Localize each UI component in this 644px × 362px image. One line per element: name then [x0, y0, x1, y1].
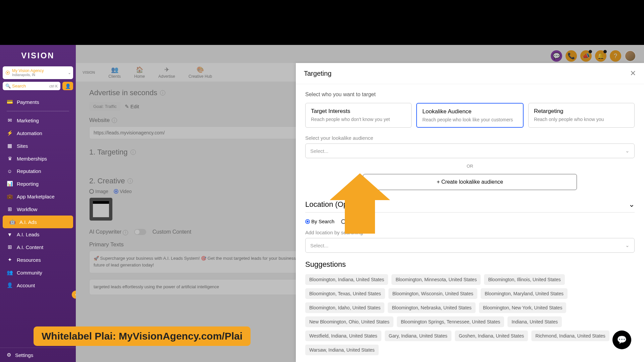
suggestion-chip[interactable]: New Bloomington, Ohio, United States [305, 316, 393, 327]
sidebar-item-settings[interactable]: ⚙Settings [0, 348, 76, 362]
logo-text: VISION [21, 51, 54, 60]
chat-fab[interactable]: 💬 [612, 330, 631, 349]
sidebar-item-community[interactable]: 👥Community [0, 266, 76, 279]
payments-icon: 💳 [7, 99, 13, 105]
radio-by-radius[interactable]: By Radius [341, 219, 370, 224]
reporting-icon: 📊 [7, 181, 13, 187]
marketing-icon: ✉ [7, 117, 13, 123]
account-icon: 👤 [7, 282, 13, 288]
sidebar: VISION ⦿ My Vision Agency Indianapolis, … [0, 45, 76, 362]
sidebar-item-sites[interactable]: ▦Sites [0, 139, 76, 152]
user-icon: 👤 [65, 83, 71, 89]
aiads-icon: 🤖 [9, 219, 15, 225]
card-lookalike[interactable]: Lookalike Audience Reach people who look… [416, 103, 523, 128]
sidebar-item-aiads[interactable]: 🤖A.I. Ads [3, 216, 73, 228]
nav-list: 💳Payments ✉Marketing ⚡Automation ▦Sites … [0, 96, 76, 348]
chevron-down-icon: ⌄ [629, 200, 635, 209]
search-kbd: ctrl K [49, 84, 58, 88]
workflow-icon: ⊞ [7, 206, 13, 212]
settings-icon: ⚙ [7, 352, 11, 358]
suggestion-chip[interactable]: Bloomington, Minnesota, United States [391, 274, 481, 285]
or-text: OR [305, 164, 635, 169]
aileads-icon: ▼ [7, 232, 13, 237]
sidebar-item-marketplace[interactable]: 💼App Marketplace [0, 190, 76, 203]
sidebar-item-marketing[interactable]: ✉Marketing [0, 114, 76, 127]
suggestion-chip[interactable]: Richmond, Indiana, United States [531, 330, 609, 341]
suggestion-chip[interactable]: Bloomington, Idaho, United States [305, 302, 384, 313]
suggestion-chip[interactable]: Bloomington, Maryland, United States [481, 288, 568, 299]
agency-name: My Vision Agency [12, 68, 44, 73]
sites-icon: ▦ [7, 143, 13, 149]
lookalike-label: Select your lookalike audience [305, 135, 635, 141]
chevron-down-icon: ⌄ [625, 148, 630, 154]
suggestion-chip[interactable]: Bloomington, New York, United States [479, 302, 567, 313]
nav-divider [7, 111, 69, 111]
sidebar-item-memberships[interactable]: ♛Memberships [0, 152, 76, 165]
user-button[interactable]: 👤 [62, 82, 73, 90]
suggestion-chip[interactable]: Bloomington, Illinois, United States [484, 274, 565, 285]
sidebar-item-aileads[interactable]: ▼A.I. Leads [0, 228, 76, 241]
aicontent-icon: ⊞ [7, 244, 13, 250]
sidebar-item-automation[interactable]: ⚡Automation [0, 127, 76, 139]
card-target-interests[interactable]: Target Interests Reach people who don't … [305, 103, 412, 128]
suggestion-chips: Bloomington, Indiana, United StatesBloom… [305, 274, 635, 355]
suggestion-chip[interactable]: Goshen, Indiana, United States [455, 330, 528, 341]
who-label: Select who you want to target [305, 92, 635, 98]
reputation-icon: ☺ [7, 168, 13, 174]
suggestion-chip[interactable]: Bloomington, Indiana, United States [305, 274, 388, 285]
close-icon[interactable]: ✕ [630, 69, 636, 78]
card-retargeting[interactable]: Retargeting Reach only people who know y… [528, 103, 635, 128]
sidebar-item-reporting[interactable]: 📊Reporting [0, 177, 76, 190]
location-select[interactable]: Select... ⌄ [305, 238, 635, 253]
main-area: 💬 📞 📣 🔔 ? VISION 👥Clients 🏠Home ✈Adverti… [76, 45, 644, 362]
target-cards: Target Interests Reach people who don't … [305, 103, 635, 128]
suggestion-chip[interactable]: Westfield, Indiana, United States [305, 330, 381, 341]
search-icon: 🔍 [5, 83, 11, 88]
radio-by-search[interactable]: By Search [305, 219, 334, 224]
suggestion-chip[interactable]: Warsaw, Indiana, United States [305, 345, 379, 355]
memberships-icon: ♛ [7, 156, 13, 162]
suggestion-chip[interactable]: Bloomington, Wisconsin, United States [388, 288, 477, 299]
add-location-label: Add location by searching [305, 230, 635, 235]
top-black-bar [0, 0, 644, 45]
lookalike-select[interactable]: Select... ⌄ [305, 143, 635, 158]
suggestion-chip[interactable]: Bloomington, Texas, United States [305, 288, 385, 299]
search-placeholder: Search [12, 83, 48, 88]
suggestion-chip[interactable]: Gary, Indiana, United States [385, 330, 451, 341]
resources-icon: ✦ [7, 257, 13, 263]
suggestion-chip[interactable]: Indiana, United States [507, 316, 562, 327]
sidebar-item-aicontent[interactable]: ⊞A.I. Content [0, 241, 76, 253]
logo: VISION [0, 51, 76, 60]
marketplace-icon: 💼 [7, 193, 13, 199]
automation-icon: ⚡ [7, 130, 13, 136]
create-lookalike-button[interactable]: + Create lookalike audience [363, 174, 577, 190]
search-input[interactable]: 🔍 Search ctrl K [3, 82, 60, 90]
agency-location: Indianapolis, IN [12, 73, 44, 77]
sidebar-item-workflow[interactable]: ⊞Workflow [0, 203, 76, 216]
modal-title: Targeting [304, 70, 331, 77]
modal-header: Targeting ✕ [296, 63, 644, 84]
modal-body: Select who you want to target Target Int… [296, 84, 644, 362]
sidebar-item-reputation[interactable]: ☺Reputation [0, 165, 76, 177]
sidebar-item-resources[interactable]: ✦Resources [0, 253, 76, 266]
location-header[interactable]: Location (Optional) ⌄ [305, 200, 635, 213]
whitelabel-banner: Whitelabel Plai: MyVisionAgency.com/Plai [34, 326, 251, 346]
suggestion-chip[interactable]: Bloomington Springs, Tennessee, United S… [397, 316, 504, 327]
pin-icon: ⦿ [5, 70, 10, 75]
community-icon: 👥 [7, 269, 13, 276]
agency-selector[interactable]: ⦿ My Vision Agency Indianapolis, IN ⌄ [3, 66, 73, 79]
sidebar-item-account[interactable]: 👤Account [0, 279, 76, 292]
suggestion-chip[interactable]: Bloomington, Nebraska, United States [388, 302, 475, 313]
chevron-icon: ⌄ [68, 70, 71, 75]
chevron-down-icon: ⌄ [625, 242, 630, 248]
targeting-modal: Targeting ✕ Select who you want to targe… [296, 63, 644, 362]
sidebar-item-payments[interactable]: 💳Payments [0, 96, 76, 108]
app-area: VISION ⦿ My Vision Agency Indianapolis, … [0, 45, 644, 362]
suggestions-title: Suggestions [305, 260, 635, 269]
